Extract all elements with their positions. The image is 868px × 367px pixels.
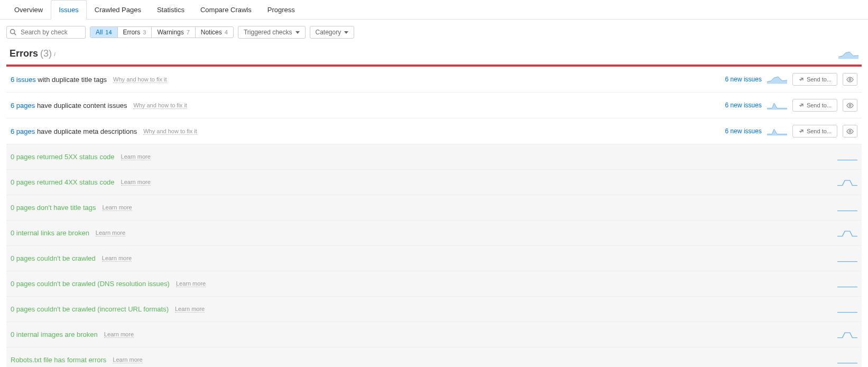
search-icon	[10, 29, 16, 35]
svg-point-0	[11, 30, 15, 34]
new-issues-count[interactable]: 6 new issues	[725, 127, 762, 135]
dropdown-category[interactable]: Category	[310, 26, 355, 39]
issue-row: Robots.txt file has format errorsLearn m…	[6, 347, 862, 367]
issue-row: 0 pages couldn't be crawled (incorrect U…	[6, 297, 862, 322]
sparkline	[837, 328, 857, 341]
issue-title: Robots.txt file has format errors	[11, 356, 106, 364]
new-issues-count[interactable]: 6 new issues	[725, 102, 762, 109]
issue-row: 6 pages have duplicate meta descriptions…	[6, 118, 862, 144]
section-count: (3)	[40, 48, 52, 59]
search-box	[6, 26, 86, 39]
view-button[interactable]	[843, 73, 857, 86]
sparkline	[837, 201, 857, 214]
tab-statistics[interactable]: Statistics	[149, 0, 192, 20]
view-button[interactable]	[843, 125, 857, 137]
chevron-down-icon	[296, 31, 300, 34]
issue-title: 0 pages couldn't be crawled (DNS resolut…	[11, 280, 170, 288]
learn-more-link[interactable]: Learn more	[121, 179, 151, 186]
send-to-button[interactable]: Send to...	[792, 125, 837, 137]
issue-title[interactable]: 6 pages have duplicate meta descriptions	[11, 127, 137, 135]
filter-pill-errors[interactable]: Errors3	[118, 27, 152, 38]
svg-point-2	[849, 78, 851, 80]
learn-more-link[interactable]: Learn more	[121, 153, 151, 160]
dropdown-triggered-checks[interactable]: Triggered checks	[238, 26, 306, 39]
sparkline	[767, 74, 787, 86]
issue-title: 0 pages don't have title tags	[11, 204, 96, 212]
learn-more-link[interactable]: Learn more	[113, 356, 142, 363]
issue-row: 0 pages returned 5XX status codeLearn mo…	[6, 144, 862, 170]
issue-title: 0 pages couldn't be crawled (incorrect U…	[11, 305, 169, 313]
svg-point-3	[849, 104, 851, 106]
tab-compare-crawls[interactable]: Compare Crawls	[192, 0, 260, 20]
eye-icon	[846, 77, 854, 82]
share-icon	[798, 129, 804, 134]
eye-icon	[846, 129, 854, 134]
sparkline	[837, 278, 857, 290]
filter-pill-warnings[interactable]: Warnings7	[152, 27, 195, 38]
why-fix-link[interactable]: Why and how to fix it	[133, 102, 187, 109]
learn-more-link[interactable]: Learn more	[102, 255, 132, 262]
filter-pill-notices[interactable]: Notices4	[196, 27, 233, 38]
sparkline	[837, 176, 857, 188]
view-button[interactable]	[843, 99, 857, 112]
sparkline	[837, 252, 857, 264]
why-fix-link[interactable]: Why and how to fix it	[143, 128, 197, 135]
svg-point-4	[849, 130, 851, 132]
issue-row: 6 issues with duplicate title tagsWhy an…	[6, 67, 862, 93]
sparkline	[837, 151, 857, 163]
learn-more-link[interactable]: Learn more	[175, 306, 205, 313]
learn-more-link[interactable]: Learn more	[102, 204, 132, 211]
why-fix-link[interactable]: Why and how to fix it	[113, 76, 167, 83]
issue-row: 0 internal links are brokenLearn more	[6, 221, 862, 246]
issue-title[interactable]: 6 issues with duplicate title tags	[11, 76, 107, 84]
issue-row: 0 internal images are brokenLearn more	[6, 322, 862, 347]
issue-list: 6 issues with duplicate title tagsWhy an…	[6, 67, 862, 367]
send-to-button[interactable]: Send to...	[792, 73, 837, 86]
sparkline	[767, 99, 787, 112]
severity-filter: All14Errors3Warnings7Notices4	[90, 26, 234, 38]
search-input[interactable]	[6, 26, 86, 39]
tab-crawled-pages[interactable]: Crawled Pages	[87, 0, 149, 20]
main-tabs: OverviewIssuesCrawled PagesStatisticsCom…	[0, 0, 868, 20]
issue-row: 0 pages don't have title tagsLearn more	[6, 195, 862, 221]
sparkline	[767, 125, 787, 137]
tab-overview[interactable]: Overview	[6, 0, 51, 20]
learn-more-link[interactable]: Learn more	[104, 331, 134, 338]
tab-issues[interactable]: Issues	[51, 0, 87, 20]
issue-title: 0 pages returned 4XX status code	[11, 178, 115, 186]
eye-icon	[846, 103, 854, 108]
issue-row: 6 pages have duplicate content issuesWhy…	[6, 93, 862, 118]
send-to-button[interactable]: Send to...	[792, 99, 837, 112]
section-title-text: Errors	[10, 48, 38, 59]
chevron-down-icon	[344, 31, 348, 34]
issue-row: 0 pages returned 4XX status codeLearn mo…	[6, 170, 862, 195]
section-sparkline	[838, 49, 858, 59]
section-title: Errors (3) i	[10, 48, 56, 59]
info-icon[interactable]: i	[54, 51, 56, 57]
issue-title: 0 pages couldn't be crawled	[11, 254, 96, 262]
issue-title: 0 internal links are broken	[11, 229, 89, 237]
issue-title: 0 internal images are broken	[11, 331, 98, 338]
svg-line-1	[14, 33, 16, 35]
share-icon	[798, 103, 804, 108]
issue-title: 0 pages returned 5XX status code	[11, 153, 115, 161]
sparkline	[837, 303, 857, 315]
filter-bar: All14Errors3Warnings7Notices4 Triggered …	[0, 20, 868, 45]
sparkline	[837, 354, 857, 366]
issue-row: 0 pages couldn't be crawled (DNS resolut…	[6, 271, 862, 297]
issue-row: 0 pages couldn't be crawledLearn more	[6, 246, 862, 271]
tab-progress[interactable]: Progress	[260, 0, 303, 20]
learn-more-link[interactable]: Learn more	[96, 230, 125, 236]
filter-pill-all[interactable]: All14	[90, 27, 118, 38]
share-icon	[798, 77, 804, 82]
section-header: Errors (3) i	[0, 45, 868, 65]
new-issues-count[interactable]: 6 new issues	[725, 76, 762, 83]
learn-more-link[interactable]: Learn more	[176, 280, 206, 287]
sparkline	[837, 227, 857, 239]
issue-title[interactable]: 6 pages have duplicate content issues	[11, 102, 127, 109]
